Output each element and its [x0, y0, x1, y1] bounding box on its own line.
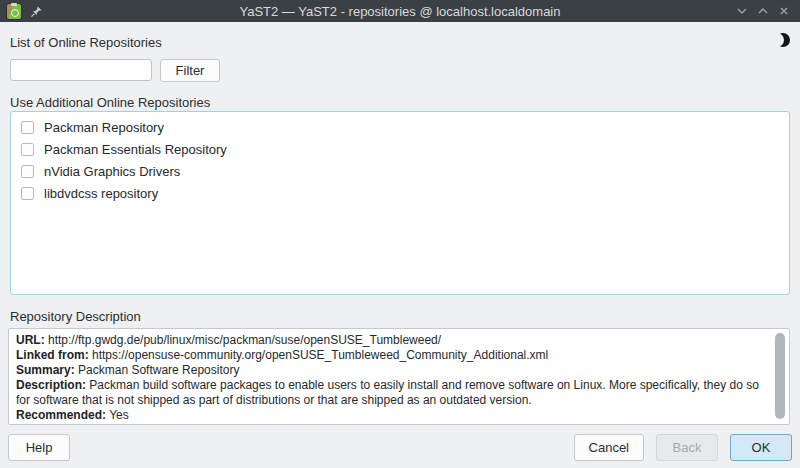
- desc-summary-line: Summary: Packman Software Repository: [16, 363, 765, 378]
- repo-row-packman-essentials[interactable]: Packman Essentials Repository: [11, 138, 789, 160]
- back-button: Back: [656, 434, 718, 461]
- close-icon[interactable]: [777, 4, 791, 18]
- ok-button[interactable]: OK: [730, 434, 792, 461]
- filter-input[interactable]: [10, 59, 152, 81]
- desc-url-line: URL: http://ftp.gwdg.de/pub/linux/misc/p…: [16, 333, 765, 348]
- footer-button-row: Help Cancel Back OK: [0, 426, 800, 468]
- checkbox-unchecked[interactable]: [21, 165, 34, 178]
- description-scrollbar[interactable]: [773, 331, 787, 422]
- repo-row-packman[interactable]: Packman Repository: [11, 116, 789, 138]
- repo-label: Packman Repository: [44, 120, 164, 135]
- repository-description-text: URL: http://ftp.gwdg.de/pub/linux/misc/p…: [16, 333, 765, 423]
- repo-label: nVidia Graphics Drivers: [44, 164, 180, 179]
- checkbox-unchecked[interactable]: [21, 121, 34, 134]
- pin-icon[interactable]: [30, 5, 43, 18]
- maximize-icon[interactable]: [756, 4, 770, 18]
- desc-linked-line: Linked from: https://opensuse-community.…: [16, 348, 765, 363]
- yast2-window: YaST2 — YaST2 - repositories @ localhost…: [0, 0, 800, 468]
- repo-label: libdvdcss repository: [44, 186, 158, 201]
- help-button[interactable]: Help: [8, 434, 70, 461]
- desc-recommended-line: Recommended: Yes: [16, 408, 765, 423]
- cancel-button[interactable]: Cancel: [574, 434, 644, 461]
- checkbox-unchecked[interactable]: [21, 143, 34, 156]
- repository-list: Packman Repository Packman Essentials Re…: [10, 111, 790, 295]
- filter-button[interactable]: Filter: [160, 59, 220, 82]
- busy-indicator-moon-icon: [776, 33, 790, 47]
- scrollbar-thumb[interactable]: [775, 333, 785, 419]
- titlebar[interactable]: YaST2 — YaST2 - repositories @ localhost…: [0, 0, 800, 22]
- checkbox-unchecked[interactable]: [21, 187, 34, 200]
- desc-description-line: Description: Packman build software pack…: [16, 378, 765, 408]
- repo-row-libdvdcss[interactable]: libdvdcss repository: [11, 182, 789, 204]
- repository-description-label: Repository Description: [10, 309, 141, 324]
- minimize-icon[interactable]: [735, 4, 749, 18]
- yast-app-icon: [7, 4, 21, 19]
- use-additional-repos-label: Use Additional Online Repositories: [10, 95, 210, 110]
- repo-label: Packman Essentials Repository: [44, 142, 227, 157]
- list-of-repositories-label: List of Online Repositories: [10, 35, 162, 50]
- repository-description-pane: URL: http://ftp.gwdg.de/pub/linux/misc/p…: [8, 328, 790, 425]
- repo-row-nvidia[interactable]: nVidia Graphics Drivers: [11, 160, 789, 182]
